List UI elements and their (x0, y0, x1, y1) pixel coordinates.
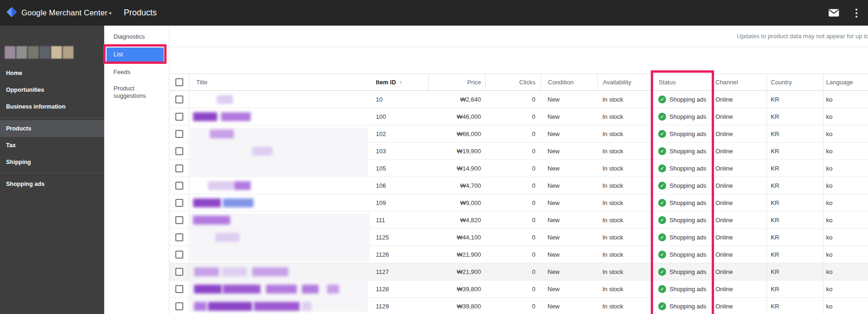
row-checkbox-cell (169, 194, 189, 211)
column-header-availability[interactable]: Availability (597, 74, 654, 90)
row-checkbox[interactable] (175, 285, 183, 293)
status-text: Shopping ads (669, 182, 707, 189)
cell-country: KR (767, 91, 823, 108)
sort-asc-icon: ↑ (399, 79, 402, 86)
subnav-item-product-suggestions[interactable]: Product suggestions (104, 83, 169, 102)
cell-availability: In stock (597, 143, 654, 159)
cell-condition: New (541, 177, 597, 194)
sidebar-item-business-information[interactable]: Business information (0, 98, 104, 115)
cell-clicks: 0 (485, 263, 541, 280)
cell-channel: Online (712, 194, 767, 211)
status-approved-check-icon: ✓ (658, 130, 666, 138)
column-header-label: Country (771, 79, 792, 86)
topbar-actions: ⋮ (828, 0, 861, 26)
column-header-channel[interactable]: Channel (712, 74, 767, 90)
sidebar-item-tax[interactable]: Tax (0, 137, 104, 154)
cell-condition: New (541, 143, 597, 159)
row-checkbox[interactable] (175, 216, 183, 224)
column-header-label: Title (196, 79, 207, 86)
row-checkbox-cell (169, 108, 189, 125)
row-checkbox[interactable] (175, 233, 183, 241)
row-checkbox[interactable] (175, 96, 183, 103)
row-checkbox[interactable] (175, 199, 183, 207)
sidebar-item-opportunities[interactable]: Opportunities (0, 82, 104, 98)
redacted-title-blur (254, 302, 300, 311)
column-header-condition[interactable]: Condition (541, 74, 597, 90)
table-row[interactable]: 100 ₩46,000 0 New In stock ✓ Shopping ad… (169, 108, 868, 125)
status-approved-check-icon: ✓ (658, 216, 666, 224)
row-checkbox[interactable] (175, 130, 183, 138)
cell-language: ko (823, 160, 868, 177)
cell-country: KR (767, 212, 823, 228)
redacted-title-blur (194, 302, 207, 311)
column-header-language[interactable]: Language (823, 74, 868, 90)
sidebar: HomeOpportunitiesBusiness informationPro… (0, 26, 104, 314)
select-all-checkbox[interactable] (175, 78, 183, 86)
cell-country: KR (767, 229, 823, 246)
row-checkbox[interactable] (175, 302, 183, 310)
redacted-title-blur (252, 147, 273, 156)
cell-condition: New (541, 108, 597, 125)
sidebar-item-shipping[interactable]: Shipping (0, 154, 104, 171)
status-approved-check-icon: ✓ (658, 285, 666, 293)
cell-clicks: 0 (485, 280, 541, 297)
sidebar-item-products[interactable]: Products (0, 120, 104, 137)
mail-icon[interactable] (828, 9, 839, 17)
column-header-price[interactable]: Price (428, 74, 485, 90)
row-checkbox-cell (169, 91, 189, 108)
row-checkbox-cell (169, 246, 189, 263)
cell-country: KR (767, 246, 823, 263)
cell-price: ₩21,900 (428, 246, 485, 263)
row-checkbox[interactable] (175, 164, 183, 172)
overflow-menu-icon[interactable]: ⋮ (851, 8, 861, 18)
column-header-item-id[interactable]: Item ID↑ (368, 74, 428, 90)
cell-price: ₩44,100 (428, 229, 485, 246)
sidebar-divider (0, 117, 104, 118)
cell-country: KR (767, 108, 823, 125)
column-header-label: Price (467, 79, 481, 86)
column-header-label: Status (659, 79, 676, 86)
status-text: Shopping ads (669, 217, 707, 224)
table-row[interactable]: 109 ₩9,000 0 New In stock ✓ Shopping ads… (169, 194, 868, 212)
cell-availability: In stock (597, 263, 654, 280)
column-header-title[interactable]: Title (189, 74, 368, 90)
cell-country: KR (767, 280, 823, 297)
cell-condition: New (541, 280, 597, 297)
subnav-item-feeds[interactable]: Feeds (104, 64, 169, 80)
column-header-label: Condition (548, 79, 574, 86)
column-header-label: Availability (603, 79, 631, 86)
cell-status: ✓ Shopping ads (654, 125, 712, 142)
column-header-status[interactable]: Status (654, 74, 712, 90)
subnav-item-list[interactable]: List (107, 48, 164, 61)
cell-channel: Online (712, 212, 767, 228)
sidebar-divider (0, 173, 104, 173)
merchant-center-brand[interactable]: Google Merchant Center (6, 0, 107, 26)
row-checkbox[interactable] (175, 182, 183, 190)
subnav-item-diagnostics[interactable]: Diagnostics (104, 29, 169, 45)
cell-price: ₩4,820 (428, 212, 485, 228)
row-checkbox[interactable] (175, 268, 183, 276)
row-checkbox[interactable] (175, 147, 183, 155)
column-header-country[interactable]: Country (767, 74, 823, 90)
table-row[interactable]: 106 ₩4,700 0 New In stock ✓ Shopping ads… (169, 177, 868, 194)
sidebar-item-shopping-ads[interactable]: Shopping ads (0, 176, 104, 192)
cell-clicks: 0 (485, 125, 541, 142)
table-header-row: TitleItem ID↑PriceClicksConditionAvailab… (169, 74, 868, 91)
row-checkbox[interactable] (175, 251, 183, 259)
cell-channel: Online (712, 229, 767, 246)
status-approved-check-icon: ✓ (658, 302, 666, 310)
main-content: Updates to product data may not appear f… (169, 26, 868, 314)
table-row[interactable]: 10 ₩2,640 0 New In stock ✓ Shopping ads … (169, 91, 868, 108)
status-text: Shopping ads (669, 268, 707, 275)
cell-price: ₩9,000 (428, 194, 485, 211)
cell-availability: In stock (597, 280, 654, 297)
row-checkbox[interactable] (175, 113, 183, 121)
cell-condition: New (541, 212, 597, 228)
redacted-title-blur (222, 267, 247, 276)
cell-status: ✓ Shopping ads (654, 212, 712, 228)
business-logo-swatch (16, 46, 27, 59)
collapse-nav-icon[interactable]: ◄ (107, 0, 112, 26)
status-text: Shopping ads (669, 130, 707, 137)
sidebar-item-home[interactable]: Home (0, 65, 104, 82)
column-header-clicks[interactable]: Clicks (485, 74, 541, 90)
